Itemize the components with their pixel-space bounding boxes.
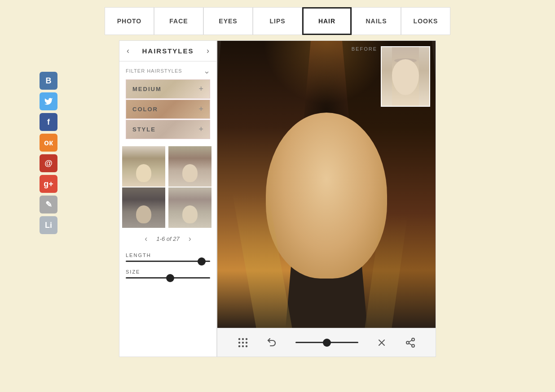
filter-medium-plus-icon: + bbox=[198, 84, 203, 94]
left-panel: ‹ HAIRSTYLES › FILTER HAIRSTYLES ⌄ MEDIU… bbox=[119, 40, 217, 357]
svg-line-15 bbox=[409, 340, 412, 342]
opacity-slider-track bbox=[295, 342, 358, 343]
hairstyle-grid bbox=[119, 144, 216, 230]
page-info: 1-6 of 27 bbox=[156, 235, 179, 242]
tab-looks[interactable]: LOOKS bbox=[401, 7, 450, 35]
filter-section: FILTER HAIRSTYLES ⌄ MEDIUM + COLOR + STY… bbox=[119, 61, 216, 144]
opacity-slider-thumb[interactable] bbox=[323, 339, 331, 347]
svg-point-3 bbox=[239, 342, 240, 343]
svg-line-14 bbox=[409, 343, 412, 345]
svg-point-8 bbox=[246, 345, 247, 347]
svg-point-4 bbox=[242, 342, 244, 343]
filter-color-plus-icon: + bbox=[198, 105, 203, 114]
tab-nails[interactable]: NAILS bbox=[352, 7, 401, 35]
size-slider-thumb[interactable] bbox=[166, 274, 174, 282]
tab-eyes[interactable]: EYES bbox=[203, 7, 253, 35]
social-vk-button[interactable]: В bbox=[40, 72, 57, 90]
social-googleplus-button[interactable]: g+ bbox=[40, 175, 57, 193]
next-panel-button[interactable]: › bbox=[207, 46, 209, 56]
social-facebook-button[interactable]: f bbox=[40, 113, 57, 131]
hairstyle-thumb-3[interactable] bbox=[122, 187, 165, 228]
share-icon bbox=[405, 337, 416, 348]
prev-page-button[interactable]: ‹ bbox=[145, 234, 147, 244]
filter-toggle-icon[interactable]: ⌄ bbox=[203, 66, 210, 76]
slider-section: LENGTH SIZE bbox=[119, 248, 216, 286]
filter-style[interactable]: STYLE + bbox=[126, 120, 210, 139]
svg-point-1 bbox=[242, 338, 244, 340]
svg-point-5 bbox=[246, 342, 247, 343]
filter-style-plus-icon: + bbox=[198, 125, 203, 134]
share-button[interactable] bbox=[405, 337, 416, 348]
main-area: ‹ HAIRSTYLES › FILTER HAIRSTYLES ⌄ MEDIU… bbox=[0, 35, 555, 362]
social-twitter-button[interactable] bbox=[40, 92, 57, 110]
hairstyle-thumb-1[interactable] bbox=[122, 146, 165, 187]
twitter-icon bbox=[44, 97, 53, 106]
svg-point-7 bbox=[242, 345, 244, 347]
tab-lips[interactable]: LIPS bbox=[253, 7, 302, 35]
hairstyle-thumb-2[interactable] bbox=[168, 146, 211, 187]
filter-header: FILTER HAIRSTYLES ⌄ bbox=[126, 66, 210, 76]
svg-point-0 bbox=[239, 338, 240, 340]
filter-style-label: STYLE bbox=[132, 126, 156, 133]
undo-button[interactable] bbox=[267, 337, 278, 348]
close-icon bbox=[376, 337, 387, 348]
social-mail-button[interactable]: @ bbox=[40, 154, 57, 172]
opacity-slider-container bbox=[295, 342, 358, 343]
grid-icon bbox=[237, 337, 249, 348]
bottom-toolbar bbox=[217, 328, 436, 357]
pagination: ‹ 1-6 of 27 › bbox=[119, 230, 216, 248]
svg-point-6 bbox=[239, 345, 240, 347]
top-navigation: PHOTO FACE EYES LIPS HAIR NAILS LOOKS bbox=[0, 0, 555, 35]
svg-point-2 bbox=[246, 338, 247, 340]
next-page-button[interactable]: › bbox=[189, 234, 191, 244]
length-slider-thumb[interactable] bbox=[198, 257, 206, 266]
before-thumbnail[interactable] bbox=[381, 46, 430, 107]
size-label: SIZE bbox=[126, 269, 210, 274]
tab-face[interactable]: FACE bbox=[154, 7, 203, 35]
right-panel: BEFORE bbox=[217, 40, 436, 357]
size-slider-track bbox=[126, 277, 210, 279]
filter-label: FILTER HAIRSTYLES bbox=[126, 68, 182, 74]
undo-icon bbox=[267, 337, 278, 348]
before-face-image bbox=[382, 47, 429, 106]
filter-medium-label: MEDIUM bbox=[132, 86, 162, 92]
hairstyle-thumb-4[interactable] bbox=[168, 187, 211, 228]
before-label: BEFORE bbox=[352, 46, 377, 52]
image-area: BEFORE bbox=[217, 41, 436, 328]
tab-hair[interactable]: HAIR bbox=[302, 7, 352, 35]
panel-header: ‹ HAIRSTYLES › bbox=[119, 41, 216, 61]
social-pin-button[interactable]: ✎ bbox=[40, 196, 57, 213]
tab-photo[interactable]: PHOTO bbox=[105, 7, 154, 35]
social-sidebar: В f ок @ g+ ✎ Li bbox=[40, 67, 57, 234]
filter-color[interactable]: COLOR + bbox=[126, 100, 210, 119]
social-linkedin-button[interactable]: Li bbox=[40, 216, 57, 234]
filter-medium[interactable]: MEDIUM + bbox=[126, 79, 210, 99]
close-button[interactable] bbox=[376, 337, 387, 348]
panel-title: HAIRSTYLES bbox=[142, 47, 194, 55]
filter-color-label: COLOR bbox=[132, 106, 158, 113]
grid-button[interactable] bbox=[237, 337, 249, 348]
prev-panel-button[interactable]: ‹ bbox=[127, 46, 129, 56]
length-label: LENGTH bbox=[126, 253, 210, 258]
social-ok-button[interactable]: ок bbox=[40, 134, 57, 152]
length-slider-track bbox=[126, 261, 210, 262]
